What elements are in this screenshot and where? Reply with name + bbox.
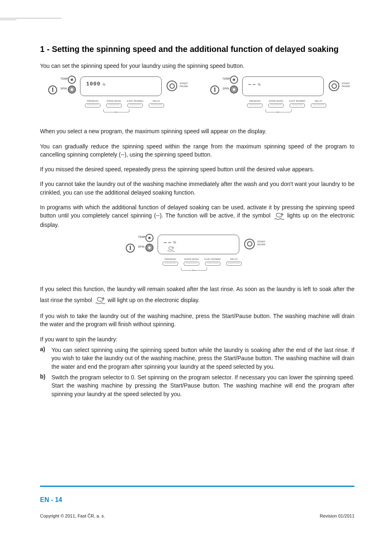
spin-knob[interactable] bbox=[230, 85, 238, 94]
soak-icon bbox=[273, 212, 285, 221]
link-icon: ∾ bbox=[276, 110, 280, 114]
start-pause-button[interactable] bbox=[329, 81, 339, 91]
start-pause-label: STARTPAUSE bbox=[180, 82, 188, 87]
list-item: b) Switch the program selector to 0. Set… bbox=[40, 373, 354, 398]
soak-icon bbox=[166, 246, 175, 254]
start-pause-button[interactable] bbox=[167, 81, 177, 91]
spin-icon bbox=[173, 240, 177, 244]
soak-icon bbox=[94, 296, 106, 305]
option-buttons-row: PREWASH RAPID WASH EASY IRONING DELAY bbox=[85, 103, 164, 108]
display-value: – – bbox=[164, 239, 177, 245]
spin-knob[interactable] bbox=[145, 244, 154, 252]
display-screen: – – bbox=[242, 76, 324, 96]
control-panel-3: TEMP. SPIN 1 – – STARTPAUSE PREWASH RAPI… bbox=[118, 235, 277, 276]
page-content: 1 - Setting the spinning speed and the a… bbox=[40, 44, 354, 401]
spin-icon bbox=[257, 82, 261, 86]
temp-knob bbox=[230, 76, 238, 84]
easy-ironing-button[interactable]: EASY IRONING bbox=[205, 262, 220, 266]
display-screen: – – bbox=[158, 235, 239, 254]
list-marker-b: b) bbox=[40, 373, 51, 398]
display-screen: 1000 bbox=[80, 76, 162, 96]
list-marker-a: a) bbox=[40, 346, 51, 371]
spin-options-list: a) You can select spinning using the spi… bbox=[40, 346, 354, 398]
paragraph-missed-speed: If you missed the desired speed, repeate… bbox=[40, 165, 354, 173]
paragraph-select-program: When you select a new program, the maxim… bbox=[40, 127, 354, 135]
page-top-rule bbox=[0, 18, 61, 18]
start-pause-label: STARTPAUSE bbox=[257, 240, 265, 246]
delay-button[interactable]: DELAY bbox=[311, 103, 326, 108]
option-buttons-row: PREWASH RAPID WASH EASY IRONING DELAY bbox=[247, 103, 326, 108]
delay-button[interactable]: DELAY bbox=[226, 262, 242, 266]
step-number-icon: 1 bbox=[48, 85, 57, 94]
spin-icon bbox=[102, 82, 106, 86]
display-value: 1000 bbox=[86, 81, 106, 87]
list-text-b: Switch the program selector to 0. Set sp… bbox=[51, 373, 354, 398]
easy-ironing-button[interactable]: EASY IRONING bbox=[290, 103, 305, 108]
intro-paragraph: You can set the spinning speed for your … bbox=[40, 62, 354, 70]
prewash-button[interactable]: PREWASH bbox=[163, 262, 178, 266]
paragraph-reduce-speed: You can gradually reduce the spinning sp… bbox=[40, 142, 354, 159]
copyright-text: Copyright © 2011, Fast ČR, a. s. bbox=[40, 513, 105, 518]
rapid-wash-button[interactable]: RAPID WASH bbox=[268, 103, 284, 108]
footer-rule bbox=[40, 486, 354, 487]
display-value: – – bbox=[248, 81, 261, 87]
step-number-icon: 1 bbox=[210, 85, 219, 94]
spin-label: SPIN bbox=[138, 245, 145, 248]
rapid-wash-button[interactable]: RAPID WASH bbox=[184, 262, 199, 266]
step-number-icon: 1 bbox=[126, 244, 135, 253]
prewash-button[interactable]: PREWASH bbox=[247, 103, 263, 108]
revision-text: Revision 01/2011 bbox=[320, 513, 354, 518]
paragraph-drain: If you wish to take the laundry out of t… bbox=[40, 312, 354, 329]
temp-label: TEMP. bbox=[60, 77, 69, 80]
easy-ironing-button[interactable]: EASY IRONING bbox=[127, 103, 143, 108]
spin-knob[interactable] bbox=[68, 85, 76, 94]
spin-label: SPIN bbox=[60, 87, 67, 90]
page-top-rule-inner bbox=[0, 20, 16, 20]
temp-knob bbox=[68, 76, 76, 84]
option-buttons-row: PREWASH RAPID WASH EASY IRONING DELAY bbox=[163, 262, 242, 266]
paragraph-crinkled: If you cannot take the laundry out of th… bbox=[40, 180, 354, 197]
paragraph-soaked: If you select this function, the laundry… bbox=[40, 284, 354, 305]
list-item: a) You can select spinning using the spi… bbox=[40, 346, 354, 371]
control-panel-2: TEMP. SPIN 1 – – STARTPAUSE PREWASH RAPI… bbox=[202, 77, 354, 118]
temp-knob bbox=[145, 234, 154, 242]
control-panel-1: TEMP. SPIN 1 1000 STARTPAUSE PREWASH RAP… bbox=[40, 77, 192, 118]
paragraph-want-spin: If you want to spin the laundry: bbox=[40, 335, 354, 343]
temp-label: TEMP. bbox=[138, 235, 146, 238]
prewash-button[interactable]: PREWASH bbox=[85, 103, 100, 108]
page-number: EN - 14 bbox=[40, 496, 62, 504]
spin-label: SPIN bbox=[223, 87, 229, 90]
delay-button[interactable]: DELAY bbox=[149, 103, 164, 108]
rapid-wash-button[interactable]: RAPID WASH bbox=[106, 103, 122, 108]
link-icon: ∾ bbox=[192, 268, 195, 272]
start-pause-button[interactable] bbox=[244, 239, 255, 249]
list-text-a: You can select spinning using the spinni… bbox=[51, 346, 354, 371]
temp-label: TEMP. bbox=[223, 77, 231, 80]
link-icon: ∾ bbox=[114, 110, 118, 114]
start-pause-label: STARTPAUSE bbox=[342, 82, 350, 87]
section-heading: 1 - Setting the spinning speed and the a… bbox=[40, 44, 354, 54]
control-panels-row: TEMP. SPIN 1 1000 STARTPAUSE PREWASH RAP… bbox=[40, 77, 354, 118]
paragraph-activate-soak: In programs with which the additional fu… bbox=[40, 203, 354, 229]
